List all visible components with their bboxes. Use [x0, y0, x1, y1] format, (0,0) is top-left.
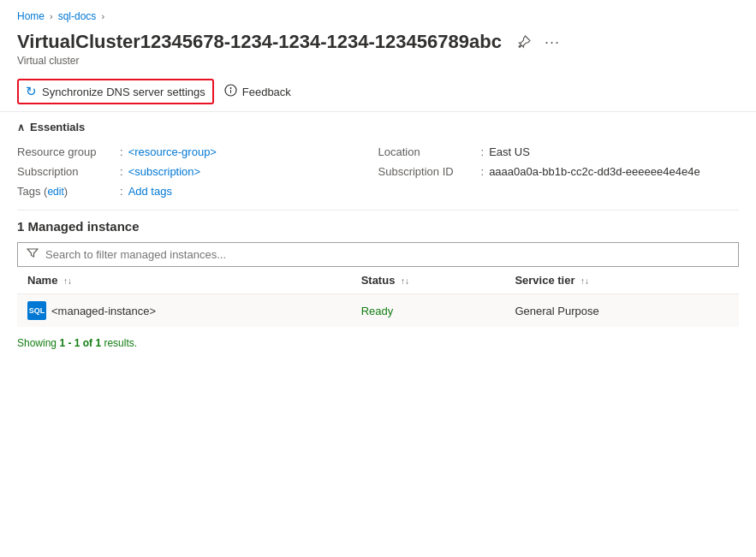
feedback-icon [224, 84, 237, 99]
ellipsis-icon: ··· [545, 33, 560, 51]
essentials-grid: Resource group : <resource-group> Locati… [17, 142, 739, 201]
essentials-section: ∧ Essentials Resource group : <resource-… [0, 112, 756, 210]
essentials-row-subscription: Subscription : <subscription> [17, 162, 378, 181]
sort-icon-name: ↑↓ [63, 276, 72, 286]
essentials-row-tags: Tags (edit) : Add tags [17, 181, 378, 201]
table-row[interactable]: SQL <managed-instance> Ready General Pur… [17, 294, 739, 328]
managed-title: 1 Managed instance [17, 219, 739, 234]
breadcrumb-sep-2: › [101, 11, 104, 21]
essentials-value-resource-group[interactable]: <resource-group> [128, 145, 217, 158]
sync-label: Synchronize DNS server settings [42, 86, 205, 98]
search-input[interactable] [45, 248, 729, 261]
col-header-tier[interactable]: Service tier ↑↓ [504, 267, 739, 294]
table-header-row: Name ↑↓ Status ↑↓ Service tier ↑↓ [17, 267, 739, 294]
pin-button[interactable] [514, 33, 534, 50]
essentials-label-subscription: Subscription [17, 165, 120, 178]
essentials-sep-1: : [120, 145, 123, 158]
essentials-sep-5: : [120, 185, 123, 198]
sort-icon-tier: ↑↓ [580, 276, 589, 286]
essentials-header: ∧ Essentials [17, 121, 739, 133]
essentials-sep-4: : [481, 165, 485, 178]
pin-icon [517, 35, 531, 49]
page-header: VirtualCluster12345678-1234-1234-1234-12… [0, 27, 756, 72]
results-text: Showing 1 - 1 of 1 results. [0, 330, 756, 356]
essentials-label-resource-group: Resource group [17, 145, 120, 158]
instances-table: Name ↑↓ Status ↑↓ Service tier ↑↓ SQL <m… [17, 267, 739, 327]
col-header-name[interactable]: Name ↑↓ [17, 267, 351, 294]
feedback-button[interactable]: Feedback [217, 80, 298, 104]
sync-icon: ↻ [26, 84, 37, 99]
filter-icon [27, 247, 39, 262]
breadcrumb: Home › sql-docs › [0, 0, 756, 27]
cell-tier: General Purpose [504, 294, 739, 328]
essentials-sep-2: : [481, 145, 485, 158]
page-title-text: VirtualCluster12345678-1234-1234-1234-12… [17, 31, 502, 53]
feedback-label: Feedback [242, 86, 291, 98]
essentials-label-location: Location [378, 145, 481, 158]
more-button[interactable]: ··· [541, 32, 563, 53]
essentials-row-location: Location : East US [378, 142, 740, 162]
essentials-label-subscription-id: Subscription ID [378, 165, 481, 178]
essentials-value-subscription[interactable]: <subscription> [128, 165, 201, 178]
instance-name-value: <managed-instance> [51, 305, 156, 317]
cell-name: SQL <managed-instance> [17, 294, 351, 328]
tags-edit-link[interactable]: edit [47, 186, 63, 198]
breadcrumb-sql-docs[interactable]: sql-docs [58, 10, 97, 22]
essentials-row-subscription-id: Subscription ID : aaaa0a0a-bb1b-cc2c-dd3… [378, 162, 740, 181]
essentials-label-tags: Tags (edit) [17, 185, 120, 198]
sync-dns-button[interactable]: ↻ Synchronize DNS server settings [17, 79, 214, 104]
essentials-title: Essentials [30, 121, 85, 133]
essentials-value-subscription-id: aaaa0a0a-bb1b-cc2c-dd3d-eeeeee4e4e4e [489, 165, 700, 178]
chevron-down-icon: ∧ [17, 121, 25, 133]
tier-value: General Purpose [515, 305, 598, 317]
breadcrumb-sep-1: › [50, 11, 53, 21]
results-range: 1 - 1 of 1 [59, 337, 101, 349]
breadcrumb-home[interactable]: Home [17, 10, 45, 22]
essentials-row-resource-group: Resource group : <resource-group> [17, 142, 378, 162]
svg-rect-2 [230, 90, 231, 93]
essentials-value-tags[interactable]: Add tags [128, 185, 172, 198]
svg-point-1 [229, 87, 231, 89]
page-subtitle: Virtual cluster [17, 55, 739, 67]
status-badge: Ready [361, 305, 394, 317]
essentials-value-location: East US [489, 145, 530, 158]
search-bar [17, 242, 739, 267]
essentials-sep-3: : [120, 165, 123, 178]
managed-section: 1 Managed instance Name ↑↓ Status ↑↓ Ser… [0, 210, 756, 330]
instance-icon: SQL [27, 301, 46, 320]
toolbar: ↻ Synchronize DNS server settings Feedba… [0, 72, 756, 112]
cell-status: Ready [351, 294, 505, 328]
col-header-status[interactable]: Status ↑↓ [351, 267, 505, 294]
sort-icon-status: ↑↓ [401, 276, 409, 286]
